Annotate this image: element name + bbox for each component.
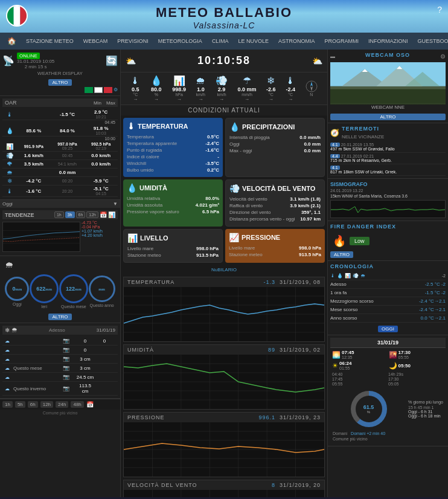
rain-circle-mese: 122mm bbox=[59, 274, 88, 303]
temp-sub-time2: 04:45 bbox=[104, 120, 115, 124]
nav-guestbook[interactable]: GUESTBOOK bbox=[412, 33, 448, 50]
table-row: 🌡 -1.6 °C 20:20 -5.1 °C 04:15 bbox=[2, 185, 118, 197]
cond-humid-label: UMIDITÀ bbox=[139, 184, 167, 192]
weather-item-humid2: 💧 80.0 % → bbox=[150, 75, 162, 102]
cond-temp-row-6: Bulbo umido 0.2°C bbox=[127, 167, 219, 173]
nav-home[interactable]: 🏠 bbox=[2, 33, 21, 50]
cond-humid-row1-val: 80.0% bbox=[205, 196, 219, 201]
list-item: 4.1 817 m 18km SSW of Lrinaki, Grrek. bbox=[330, 164, 446, 176]
cond-wind-row-4: Distanza percorsa vento - oggi 10.97 km bbox=[229, 216, 321, 222]
chart-wind-area bbox=[124, 490, 324, 497]
nav-clima[interactable]: CLIMA bbox=[207, 33, 234, 50]
current-time: 10:10:58 bbox=[195, 52, 253, 69]
nubilario-link[interactable]: NuBILARIO bbox=[121, 265, 327, 274]
chevron-down-icon: ▼ bbox=[113, 201, 118, 207]
temp-icon-val: 0.5 bbox=[132, 86, 139, 92]
oar-max-header: Max bbox=[106, 100, 115, 106]
nav-stazione[interactable]: STAZIONE METEO bbox=[21, 33, 78, 50]
domani-val: Domani +2 min 40 bbox=[351, 431, 385, 436]
cond-precip-row3-val: 0.0 mm bbox=[304, 148, 321, 153]
snow-val-1a: 0 bbox=[76, 338, 94, 344]
table-row: ☁ Questo inverno 📷 113.5 cm bbox=[2, 382, 118, 396]
bulb-min: -5.1 °C bbox=[94, 186, 109, 192]
snow-cam-3[interactable]: 📷 bbox=[57, 356, 75, 362]
webcam-altro-button[interactable]: ALTRO bbox=[330, 114, 446, 120]
scroll-6h[interactable]: 6h bbox=[28, 401, 38, 408]
rain-arrow: → bbox=[198, 97, 203, 102]
altro-button[interactable]: ALTRO bbox=[48, 79, 71, 86]
humid-max-time: 10:03 bbox=[84, 131, 118, 135]
nav-nuvole[interactable]: LE NUVOLE bbox=[233, 33, 274, 50]
fire-altro-button[interactable]: ALTRO bbox=[330, 251, 353, 258]
nav-meteorologia[interactable]: METEOROLOGIA bbox=[153, 33, 207, 50]
condizioni-grid: 🌡 TEMPERATURA Temperatura 0.5°C Temperat… bbox=[121, 115, 327, 265]
scroll-5h[interactable]: 5h bbox=[15, 401, 25, 408]
scroll-1h[interactable]: 1h bbox=[2, 401, 13, 408]
time-12h[interactable]: 12h bbox=[86, 211, 98, 218]
cond-pressure-title: 📈 PRESSIONE bbox=[229, 233, 321, 242]
cond-humid-row-3: Pressione vapore saturo 6.5 hPa bbox=[127, 208, 219, 215]
cond-wind-title: 💨 VELOCITÀ DEL VENTO bbox=[229, 184, 321, 193]
nav-webcam[interactable]: WEBCAM bbox=[78, 33, 113, 50]
flag-mini-red bbox=[104, 87, 112, 93]
scroll-12h[interactable]: 12h bbox=[40, 401, 53, 408]
table-row: 💨 1.6 km/h 00:45 0.0 km/h bbox=[2, 152, 118, 160]
nav-informazioni[interactable]: INFORMAZIONI bbox=[363, 33, 413, 50]
chart-temp-info: -1.3 31/1/2019, 08 bbox=[263, 279, 321, 285]
day-progress-chart: 61.5 % bbox=[351, 391, 387, 427]
refresh-icon[interactable]: 🔄 bbox=[106, 55, 118, 66]
nav-programmi[interactable]: PROGRAMMI bbox=[319, 33, 363, 50]
snow-cam-1[interactable]: 📷 bbox=[57, 338, 75, 344]
table-row: 🌪 3.5 km/h 54:1 km/h 0.0 km/h bbox=[2, 160, 118, 169]
dew-arrow: → bbox=[288, 97, 293, 102]
chart-wind-header: VELOCITÀ DEL VENTO 8 31/1/2019, 20 bbox=[124, 480, 324, 490]
moon-time: 05:50 bbox=[398, 363, 411, 369]
dew-icon-unit: °C bbox=[288, 92, 293, 97]
time-sub-1: 04:40 bbox=[332, 372, 388, 376]
mountain-svg bbox=[330, 62, 446, 105]
cond-temp-icon: 🌡 bbox=[127, 121, 135, 131]
time-1h[interactable]: 1h bbox=[54, 211, 64, 218]
nav-previsioni[interactable]: PREVISIONI bbox=[112, 33, 153, 50]
cond-temp-row-1: Temperatura 0.5°C bbox=[127, 134, 219, 140]
snow-cam-4[interactable]: 📷 bbox=[57, 365, 75, 371]
rain-altro-button[interactable]: ALTRO bbox=[48, 314, 71, 320]
cond-wind-icon: 💨 bbox=[229, 184, 240, 193]
cron-anno-label: Anno scorso bbox=[330, 315, 357, 321]
sismografo-chart bbox=[330, 200, 446, 218]
cron-oggi-button[interactable]: OGGI bbox=[378, 326, 398, 332]
rain-sym-icon: 🌧 bbox=[196, 76, 205, 86]
nav-astronomia[interactable]: ASTRONOMIA bbox=[274, 33, 320, 50]
table-row: 🌡 -1.5 °C 2.9 °C 10:21 bbox=[2, 109, 118, 120]
terremoti-date-2: 27.01.2019 02:21 bbox=[341, 154, 374, 158]
oggi-select[interactable]: Oggi ▼ bbox=[0, 200, 120, 208]
time-6h[interactable]: 6h bbox=[76, 211, 86, 218]
rain-circles: 0mm Oggi 622mm Ieri 122mm Questo mese bbox=[2, 271, 118, 312]
snow-cam-5[interactable]: 📷 bbox=[57, 374, 75, 380]
terremoti-loc-3: 817 m 18km SSW of Lrinaki, Grrek. bbox=[330, 170, 446, 174]
terremoti-title: TERREMOTI bbox=[342, 126, 384, 132]
webcam-oso-image[interactable] bbox=[330, 62, 446, 105]
scroll-24h[interactable]: 24h bbox=[56, 401, 68, 408]
scroll-48h[interactable]: 48h bbox=[71, 401, 83, 408]
cond-wind-row1-val: 3.1 km/h (1.8) bbox=[290, 196, 321, 202]
temp-icon-unit: °C bbox=[133, 92, 138, 97]
snow-cam-6[interactable]: 📷 bbox=[57, 385, 75, 391]
sunrise-time: 07:45 bbox=[342, 350, 354, 355]
time-sub-6: 05:05 bbox=[388, 382, 444, 386]
rain-ieri: 622mm Ieri bbox=[30, 274, 59, 309]
chart-wind-title: VELOCITÀ DEL VENTO bbox=[127, 482, 197, 488]
site-subtitle: Valsassina-LC bbox=[0, 21, 448, 30]
help-icon[interactable]: ? bbox=[437, 5, 442, 14]
chart-humid: UMIDITÀ 89 31/1/2019, 02 bbox=[123, 344, 325, 410]
rain-anno-val: mm bbox=[98, 286, 105, 292]
cond-temp-row-3: Punto di rugiada -1.6°C bbox=[127, 147, 219, 153]
flag-italy bbox=[6, 5, 28, 27]
rain-anno: mm Questo anno bbox=[89, 275, 115, 307]
snow-cam-2[interactable]: 📷 bbox=[57, 347, 75, 353]
temp-max-time: 10:21 bbox=[84, 115, 118, 119]
rain-val: 0.0 mm bbox=[51, 170, 85, 175]
cron-adesso-val: -2.5 °C -2 bbox=[425, 282, 446, 287]
settings-mini-icon[interactable]: ⚙ bbox=[114, 87, 118, 93]
time-3h[interactable]: 3h bbox=[65, 211, 75, 218]
